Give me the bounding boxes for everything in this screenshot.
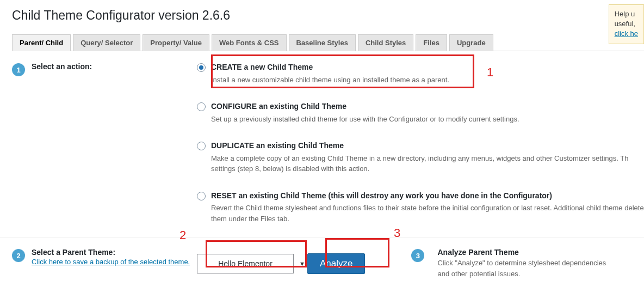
annotation-box-1 [211, 54, 474, 88]
tab-upgrade[interactable]: Upgrade [449, 34, 493, 51]
annotation-label-3: 3 [394, 226, 400, 240]
step-badge-1: 1 [12, 63, 25, 76]
step3-desc: Click "Analyze" to determine stylesheet … [437, 258, 611, 279]
tab-baseline-styles[interactable]: Baseline Styles [289, 34, 356, 51]
help-text-2: useful, [615, 20, 635, 28]
section-step-1: 1 Select an action: CREATE a new Child T… [0, 51, 644, 238]
option-configure[interactable]: CONFIGURE an existing Child Theme Set up… [197, 101, 644, 124]
radio-reset[interactable] [197, 192, 206, 200]
annotation-label-1: 1 [487, 65, 493, 80]
step2-label: Select a Parent Theme: [32, 248, 197, 257]
step-badge-3: 3 [411, 249, 424, 262]
option-duplicate-title: DUPLICATE an existing Child Theme [211, 141, 644, 151]
option-reset-desc: Revert the Child theme stylesheet and fu… [211, 203, 644, 224]
page-title: Child Theme Configurator version 2.6.6 [0, 0, 644, 34]
radio-create[interactable] [197, 63, 206, 72]
option-duplicate[interactable]: DUPLICATE an existing Child Theme Make a… [197, 141, 644, 174]
tabs: Parent/ Child Query/ Selector Property/ … [12, 34, 644, 51]
option-reset-title: RESET an existing Child Theme (this will… [211, 191, 644, 202]
step-badge-2: 2 [12, 249, 25, 262]
annotation-box-3 [325, 238, 389, 267]
tab-files[interactable]: Files [416, 34, 447, 51]
radio-configure[interactable] [197, 102, 206, 111]
annotation-box-2 [206, 240, 307, 267]
step1-label: Select an action: [32, 62, 197, 71]
tab-parent-child[interactable]: Parent/ Child [12, 34, 71, 51]
step3-title: Analyze Parent Theme [437, 248, 611, 257]
tab-child-styles[interactable]: Child Styles [358, 34, 413, 51]
tab-web-fonts-css[interactable]: Web Fonts & CSS [212, 34, 287, 51]
help-link[interactable]: click he [615, 29, 638, 38]
option-reset[interactable]: RESET an existing Child Theme (this will… [197, 191, 644, 224]
help-text-1: Help u [615, 10, 635, 18]
section-step-2: 2 Select a Parent Theme: Click here to s… [0, 238, 644, 284]
option-configure-title: CONFIGURE an existing Child Theme [211, 101, 644, 112]
tab-query-selector[interactable]: Query/ Selector [73, 34, 140, 51]
step2-backup-link[interactable]: Click here to save a backup of the selec… [32, 258, 190, 266]
radio-duplicate[interactable] [197, 142, 206, 150]
help-box: Help u useful, click he [609, 4, 644, 44]
option-duplicate-desc: Make a complete copy of an existing Chil… [211, 153, 644, 174]
option-configure-desc: Set up a previously installed child them… [211, 114, 644, 125]
annotation-label-2: 2 [179, 228, 186, 242]
tab-property-value[interactable]: Property/ Value [143, 34, 209, 51]
